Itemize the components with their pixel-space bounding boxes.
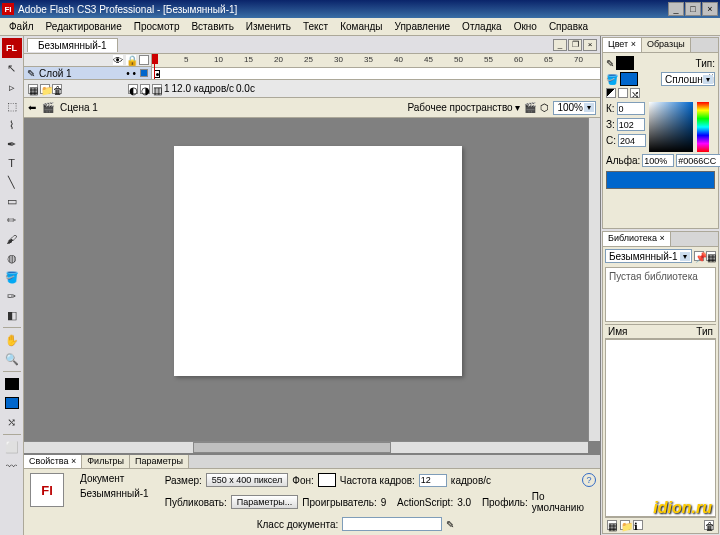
- symbol-props-icon[interactable]: ℹ: [633, 520, 643, 530]
- edit-multiple-icon[interactable]: ▥: [152, 84, 162, 94]
- menu-text[interactable]: Текст: [298, 20, 333, 33]
- new-lib-folder-icon[interactable]: 📁: [620, 520, 630, 530]
- stage-area[interactable]: [24, 118, 600, 453]
- doc-restore-button[interactable]: ❐: [568, 39, 582, 51]
- swap-colors-icon[interactable]: ⤭: [2, 413, 22, 431]
- delete-layer-icon[interactable]: 🗑: [52, 84, 62, 94]
- tab-library[interactable]: Библиотека ×: [603, 232, 671, 246]
- line-tool[interactable]: ╲: [2, 173, 22, 191]
- menu-control[interactable]: Управление: [390, 20, 456, 33]
- hand-tool[interactable]: ✋: [2, 331, 22, 349]
- frame-track[interactable]: [152, 68, 600, 79]
- rectangle-tool[interactable]: ▭: [2, 192, 22, 210]
- stroke-color-icon[interactable]: [2, 375, 22, 393]
- scene-name[interactable]: Сцена 1: [60, 102, 98, 113]
- bucket-fill-icon[interactable]: 🪣: [606, 74, 618, 85]
- lock-column-icon[interactable]: 🔒: [126, 55, 136, 65]
- zoom-tool[interactable]: 🔍: [2, 350, 22, 368]
- edit-symbol-icon[interactable]: ⬡: [540, 102, 549, 113]
- onion-skin-icon[interactable]: ◐: [128, 84, 138, 94]
- hue-slider[interactable]: [697, 102, 709, 152]
- doc-minimize-button[interactable]: _: [553, 39, 567, 51]
- color-picker-area[interactable]: [649, 102, 693, 152]
- fill-color-icon[interactable]: [2, 394, 22, 412]
- zoom-combo[interactable]: 100%: [553, 101, 596, 115]
- g-input[interactable]: [617, 118, 645, 131]
- paint-bucket-tool[interactable]: 🪣: [2, 268, 22, 286]
- b-input[interactable]: [618, 134, 646, 147]
- ink-bottle-tool[interactable]: ◍: [2, 249, 22, 267]
- option-smooth-icon[interactable]: 〰: [2, 457, 22, 475]
- bg-color-swatch[interactable]: [318, 473, 336, 487]
- workspace-menu[interactable]: Рабочее пространство ▾: [407, 102, 520, 113]
- minimize-button[interactable]: _: [668, 2, 684, 16]
- alpha-input[interactable]: [642, 154, 674, 167]
- tab-swatches[interactable]: Образцы: [642, 38, 691, 52]
- back-icon[interactable]: ⬅: [28, 102, 36, 113]
- menu-view[interactable]: Просмотр: [129, 20, 185, 33]
- edit-class-icon[interactable]: ✎: [446, 519, 454, 530]
- eye-column-icon[interactable]: 👁: [113, 55, 123, 65]
- eraser-tool[interactable]: ◧: [2, 306, 22, 324]
- lasso-tool[interactable]: ⌇: [2, 116, 22, 134]
- swap-icon[interactable]: ⤭: [630, 88, 640, 98]
- tab-parameters[interactable]: Параметры: [130, 455, 189, 468]
- col-type[interactable]: Тип: [696, 326, 713, 337]
- menu-debug[interactable]: Отладка: [457, 20, 507, 33]
- size-button[interactable]: 550 x 400 пиксел: [206, 473, 288, 487]
- new-layer-icon[interactable]: ▦: [28, 84, 38, 94]
- publish-button[interactable]: Параметры...: [231, 495, 298, 509]
- library-header[interactable]: Имя Тип: [605, 324, 716, 339]
- col-name[interactable]: Имя: [608, 326, 627, 337]
- selection-tool[interactable]: ↖: [2, 59, 22, 77]
- bw-icon[interactable]: [606, 88, 616, 98]
- close-button[interactable]: ×: [702, 2, 718, 16]
- pen-tool[interactable]: ✒: [2, 135, 22, 153]
- onion-outline-icon[interactable]: ◑: [140, 84, 150, 94]
- horizontal-scrollbar[interactable]: [24, 441, 588, 453]
- new-lib-icon[interactable]: ▦: [706, 251, 716, 261]
- pencil-stroke-icon[interactable]: ✎: [606, 58, 614, 69]
- hex-input[interactable]: [676, 154, 720, 167]
- fps-input[interactable]: [419, 474, 447, 487]
- r-input[interactable]: [617, 102, 645, 115]
- option-snap-icon[interactable]: ⬜: [2, 438, 22, 456]
- free-transform-tool[interactable]: ⬚: [2, 97, 22, 115]
- vertical-scrollbar[interactable]: [588, 118, 600, 441]
- pin-icon[interactable]: 📌: [694, 251, 704, 261]
- maximize-button[interactable]: □: [685, 2, 701, 16]
- brush-tool[interactable]: 🖌: [2, 230, 22, 248]
- stroke-swatch[interactable]: [616, 56, 634, 70]
- library-doc-combo[interactable]: Безымянный-1: [605, 249, 692, 263]
- library-item-list[interactable]: [605, 339, 716, 517]
- fill-swatch[interactable]: [620, 72, 638, 86]
- menu-file[interactable]: Файл: [4, 20, 39, 33]
- menu-window[interactable]: Окно: [509, 20, 542, 33]
- help-icon[interactable]: ?: [582, 473, 596, 487]
- playhead[interactable]: [154, 54, 155, 79]
- menu-edit[interactable]: Редактирование: [41, 20, 127, 33]
- menu-commands[interactable]: Команды: [335, 20, 387, 33]
- tab-color[interactable]: Цвет ×: [603, 38, 642, 52]
- outline-column-icon[interactable]: [139, 55, 149, 65]
- fill-type-combo[interactable]: Сплошной: [661, 72, 715, 86]
- frame-ruler[interactable]: 151015202530354045505560657075: [152, 54, 600, 68]
- menu-modify[interactable]: Изменить: [241, 20, 296, 33]
- new-symbol-icon[interactable]: ▦: [607, 520, 617, 530]
- subselection-tool[interactable]: ▹: [2, 78, 22, 96]
- nocolor-icon[interactable]: [618, 88, 628, 98]
- doc-close-button[interactable]: ×: [583, 39, 597, 51]
- menu-help[interactable]: Справка: [544, 20, 593, 33]
- layer-row[interactable]: ✎ Слой 1 • •: [24, 67, 151, 79]
- tab-properties[interactable]: Свойства ×: [24, 455, 82, 468]
- doc-class-input[interactable]: [342, 517, 442, 531]
- delete-symbol-icon[interactable]: 🗑: [704, 520, 714, 530]
- text-tool[interactable]: T: [2, 154, 22, 172]
- tab-filters[interactable]: Фильтры: [82, 455, 130, 468]
- edit-scene-icon[interactable]: 🎬: [524, 102, 536, 113]
- eyedropper-tool[interactable]: ✑: [2, 287, 22, 305]
- menu-insert[interactable]: Вставить: [186, 20, 238, 33]
- pencil-tool[interactable]: ✏: [2, 211, 22, 229]
- stage-canvas[interactable]: [174, 146, 462, 376]
- document-tab[interactable]: Безымянный-1: [27, 38, 118, 52]
